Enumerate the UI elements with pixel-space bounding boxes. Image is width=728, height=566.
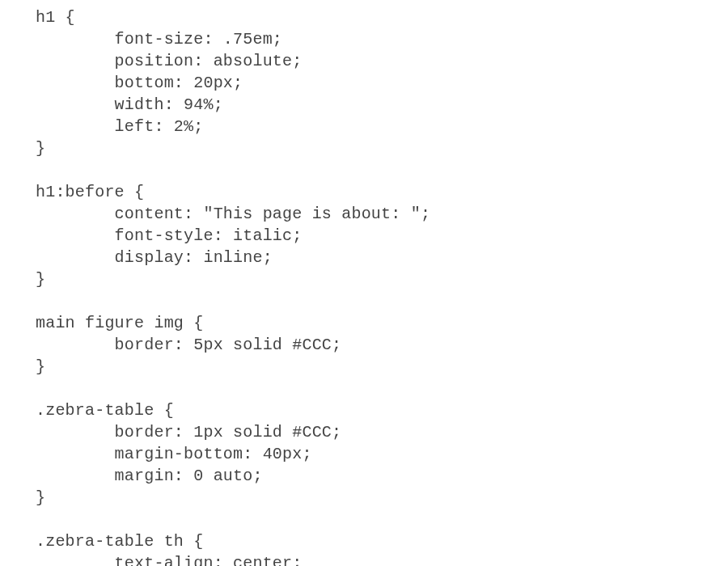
css-code-block: h1 { font-size: .75em; position: absolut… bbox=[0, 0, 728, 566]
